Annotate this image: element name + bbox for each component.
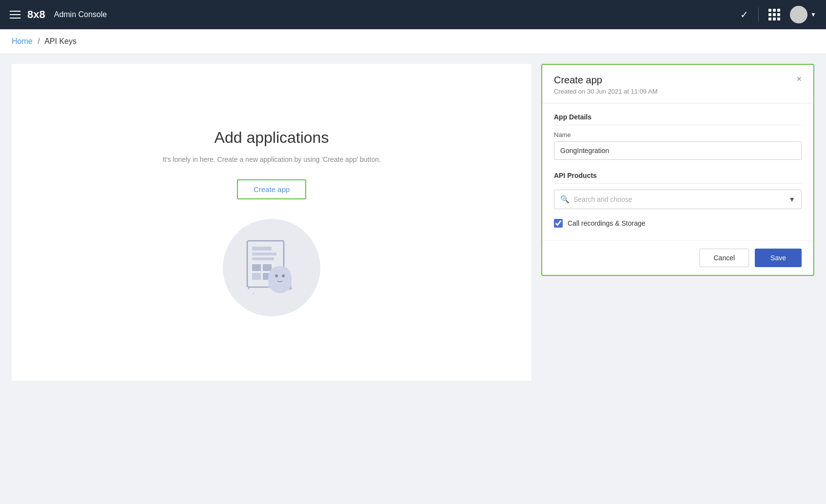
main-content: Add applications It's lonely in here. Cr…	[0, 54, 826, 390]
illustration-circle: +	[223, 219, 320, 316]
panel-title: Create app	[554, 75, 658, 86]
breadcrumb-separator: /	[38, 37, 39, 45]
chevron-down-icon: ▼	[810, 11, 816, 18]
svg-point-12	[248, 288, 250, 290]
panel-body: App Details Name API Products 🔍 Search a…	[542, 103, 813, 240]
panel-subtitle: Created on 30 Jun 2021 at 11:09 AM	[554, 88, 658, 95]
call-recordings-label: Call recordings & Storage	[568, 219, 646, 227]
create-app-panel: Create app Created on 30 Jun 2021 at 11:…	[541, 64, 814, 276]
api-products-section: API Products 🔍 Search and choose ▼ Call …	[554, 172, 802, 231]
svg-rect-1	[252, 247, 272, 251]
header-divider	[758, 7, 759, 22]
breadcrumb-current-page: API Keys	[44, 37, 77, 45]
svg-rect-6	[252, 273, 261, 280]
logo: 8x8	[27, 8, 45, 21]
cancel-button[interactable]: Cancel	[699, 249, 749, 267]
breadcrumb: Home / API Keys	[0, 29, 826, 54]
create-app-button[interactable]: Create app	[237, 179, 306, 199]
app-name: Admin Console	[54, 10, 107, 19]
page-title: Add applications	[215, 129, 329, 147]
breadcrumb-home-link[interactable]: Home	[12, 37, 33, 45]
svg-point-10	[282, 274, 285, 277]
save-button[interactable]: Save	[755, 249, 802, 267]
search-dropdown[interactable]: 🔍 Search and choose ▼	[554, 190, 802, 209]
panel-footer: Cancel Save	[542, 240, 813, 275]
app-details-section-title: App Details	[554, 113, 802, 125]
user-avatar-wrapper[interactable]: ▼	[790, 6, 816, 23]
svg-rect-5	[263, 264, 272, 271]
panel-header: Create app Created on 30 Jun 2021 at 11:…	[542, 65, 813, 103]
call-recordings-checkbox[interactable]	[554, 219, 563, 228]
close-button[interactable]: ×	[796, 75, 802, 83]
search-placeholder: Search and choose	[573, 195, 632, 203]
svg-rect-3	[252, 257, 274, 260]
header-left: 8x8 Admin Console	[10, 8, 107, 21]
app-header: 8x8 Admin Console ✓ ▼	[0, 0, 826, 29]
name-input[interactable]	[554, 141, 802, 160]
call-recordings-checkbox-row: Call recordings & Storage	[554, 216, 802, 231]
svg-text:+: +	[289, 284, 293, 292]
user-avatar	[790, 6, 807, 23]
hamburger-menu[interactable]	[10, 11, 20, 19]
ghost-illustration: +	[240, 236, 303, 299]
svg-rect-2	[252, 252, 276, 255]
svg-point-13	[253, 292, 255, 294]
checkbox-task-icon[interactable]: ✓	[740, 9, 748, 20]
header-right: ✓ ▼	[740, 6, 816, 23]
svg-point-9	[275, 274, 278, 277]
dropdown-arrow-icon: ▼	[788, 195, 795, 203]
search-dropdown-left: 🔍 Search and choose	[560, 195, 632, 204]
grid-apps-icon[interactable]	[768, 9, 780, 20]
panel-header-text: Create app Created on 30 Jun 2021 at 11:…	[554, 75, 658, 95]
api-products-section-title: API Products	[554, 172, 802, 184]
name-label: Name	[554, 131, 802, 138]
page-description: It's lonely in here. Create a new applic…	[162, 155, 381, 165]
search-icon: 🔍	[560, 195, 570, 204]
left-panel: Add applications It's lonely in here. Cr…	[12, 64, 531, 381]
svg-rect-4	[252, 264, 261, 271]
